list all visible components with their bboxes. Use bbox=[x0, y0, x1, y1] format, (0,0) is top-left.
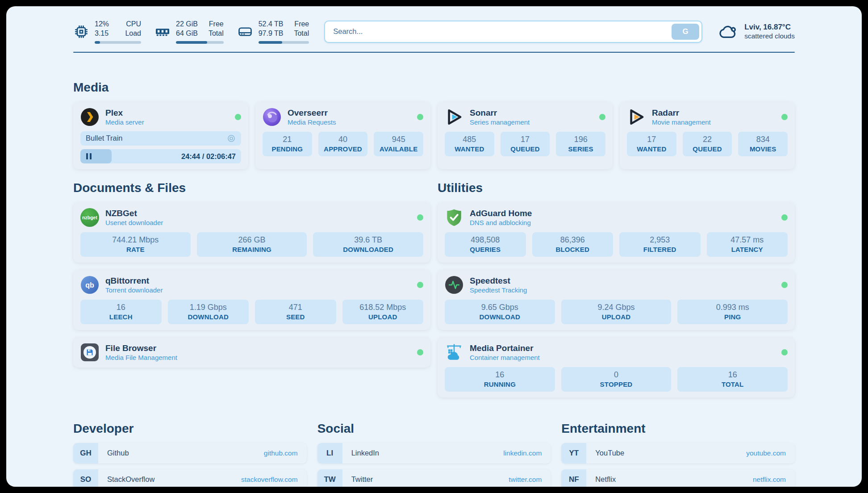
cpu-progress-bar bbox=[95, 41, 141, 44]
app-name: Sonarr bbox=[470, 108, 593, 118]
header: 12% 3.15 CPU Load bbox=[73, 20, 795, 44]
sonarr-icon bbox=[445, 108, 463, 126]
stat-tile: 16 RUNNING bbox=[445, 367, 555, 392]
link-name: Twitter bbox=[342, 469, 509, 487]
ram-monitor: 22 GiB 64 GiB Free Total bbox=[154, 20, 224, 44]
section-media: Media Plex Media server bbox=[73, 80, 795, 169]
link-badge: TW bbox=[317, 469, 342, 487]
link-row-netflix[interactable]: NF Netflix netflix.com bbox=[561, 469, 795, 487]
app-card-qbittorrent[interactable]: qb qBittorrent Torrent downloader 16 LEE… bbox=[73, 270, 430, 330]
search-engine-button[interactable]: G bbox=[672, 24, 699, 40]
app-card-nzbget[interactable]: nzbget NZBGet Usenet downloader 744.21 M… bbox=[73, 202, 430, 263]
disk-progress-bar bbox=[259, 41, 309, 44]
cpu-load-value: 3.15 bbox=[95, 29, 109, 38]
status-dot bbox=[781, 282, 788, 288]
stat-tile: 266 GB REMAINING bbox=[197, 232, 307, 257]
app-name: Radarr bbox=[652, 108, 775, 118]
stat-tile: 16 LEECH bbox=[80, 300, 162, 324]
app-subtitle: Torrent downloader bbox=[105, 286, 411, 294]
weather-widget: Lviv, 16.87°C scattered clouds bbox=[718, 23, 795, 41]
link-group-social: Social LI LinkedIn linkedin.com TW Twitt… bbox=[317, 422, 551, 487]
link-badge: LI bbox=[317, 443, 342, 464]
qbittorrent-icon: qb bbox=[80, 276, 99, 294]
app-subtitle: Usenet downloader bbox=[105, 219, 411, 226]
stat-tile: 1.19 Gbps DOWNLOAD bbox=[168, 300, 249, 324]
cpu-icon bbox=[73, 24, 89, 40]
app-card-radarr[interactable]: Radarr Movie management 17 WANTED 22 QUE… bbox=[620, 102, 795, 169]
app-name: Overseerr bbox=[288, 108, 411, 118]
app-name: AdGuard Home bbox=[470, 209, 775, 218]
app-card-portainer[interactable]: Media Portainer Container management 16 … bbox=[438, 337, 795, 397]
stat-tile: 9.65 Gbps DOWNLOAD bbox=[445, 300, 555, 324]
link-name: Netflix bbox=[586, 469, 753, 487]
app-name: File Browser bbox=[105, 343, 411, 353]
app-card-adguard[interactable]: AdGuard Home DNS and adblocking 498,508 … bbox=[438, 202, 795, 263]
playback-time: 24:44 / 02:06:47 bbox=[181, 152, 236, 160]
cpu-monitor: 12% 3.15 CPU Load bbox=[73, 20, 141, 44]
link-row-youtube[interactable]: YT YouTube youtube.com bbox=[561, 443, 795, 464]
stat-tile: 471 SEED bbox=[255, 300, 336, 324]
app-subtitle: DNS and adblocking bbox=[470, 219, 775, 226]
link-row-github[interactable]: GH Github github.com bbox=[73, 443, 307, 464]
section-title-utilities: Utilities bbox=[438, 181, 795, 195]
app-subtitle: Movie management bbox=[652, 118, 775, 126]
header-divider bbox=[73, 52, 795, 53]
link-name: StackOverflow bbox=[98, 469, 241, 487]
app-card-plex[interactable]: Plex Media server Bullet Train bbox=[73, 102, 248, 169]
link-row-stackoverflow[interactable]: SO StackOverflow stackoverflow.com bbox=[73, 469, 307, 487]
pause-icon bbox=[86, 153, 92, 159]
stat-tile: 0.993 ms PING bbox=[677, 300, 788, 324]
app-subtitle: Speedtest Tracking bbox=[470, 286, 775, 294]
overseerr-icon bbox=[263, 108, 281, 126]
disk-total-value: 97.9 TB bbox=[259, 29, 284, 38]
stat-tile: 17 QUEUED bbox=[501, 132, 550, 156]
section-title-media: Media bbox=[73, 80, 795, 95]
adguard-icon bbox=[445, 208, 463, 227]
stat-tile: 618.52 Mbps UPLOAD bbox=[342, 300, 424, 324]
disk-icon bbox=[237, 24, 253, 40]
plex-icon bbox=[80, 108, 99, 126]
status-dot bbox=[417, 114, 423, 120]
stat-tile: 47.57 ms LATENCY bbox=[707, 232, 788, 257]
section-title-documents: Documents & Files bbox=[73, 181, 430, 195]
section-title-entertainment: Entertainment bbox=[561, 422, 795, 436]
link-url: youtube.com bbox=[746, 443, 795, 464]
weather-condition: scattered clouds bbox=[744, 32, 795, 40]
app-card-sonarr[interactable]: Sonarr Series management 485 WANTED 17 Q… bbox=[438, 102, 613, 169]
status-dot bbox=[417, 214, 423, 221]
app-card-filebrowser[interactable]: File Browser Media File Management bbox=[73, 337, 430, 368]
stat-tile: 834 MOVIES bbox=[738, 132, 788, 156]
app-subtitle: Series management bbox=[470, 118, 593, 126]
stat-tile: 485 WANTED bbox=[445, 132, 494, 156]
link-name: YouTube bbox=[586, 443, 746, 464]
link-name: Github bbox=[98, 443, 264, 464]
link-badge: GH bbox=[73, 443, 98, 464]
section-documents: Documents & Files nzbget NZBGet Usenet d… bbox=[73, 181, 430, 368]
stat-tile: 744.21 Mbps RATE bbox=[80, 232, 191, 257]
nzbget-icon: nzbget bbox=[80, 208, 99, 227]
stat-tile: 196 SERIES bbox=[556, 132, 605, 156]
section-title-social: Social bbox=[317, 422, 551, 436]
weather-location-temp: Lviv, 16.87°C bbox=[744, 23, 795, 32]
link-row-linkedin[interactable]: LI LinkedIn linkedin.com bbox=[317, 443, 551, 464]
search-input[interactable] bbox=[325, 27, 672, 36]
link-group-entertainment: Entertainment YT YouTube youtube.com NF … bbox=[561, 422, 795, 487]
now-playing-row: Bullet Train bbox=[80, 131, 241, 146]
link-url: github.com bbox=[264, 443, 307, 464]
status-dot bbox=[235, 114, 241, 120]
app-subtitle: Media Requests bbox=[288, 118, 411, 126]
link-name: LinkedIn bbox=[342, 443, 504, 464]
app-card-speedtest[interactable]: Speedtest Speedtest Tracking 9.65 Gbps D… bbox=[438, 270, 795, 330]
status-dot bbox=[599, 114, 605, 120]
filebrowser-icon bbox=[80, 343, 99, 362]
link-row-twitter[interactable]: TW Twitter twitter.com bbox=[317, 469, 551, 487]
stat-tile: 2,953 FILTERED bbox=[619, 232, 701, 257]
link-badge: SO bbox=[73, 469, 98, 487]
stat-tile: 9.24 Gbps UPLOAD bbox=[561, 300, 672, 324]
disk-label-bottom: Total bbox=[294, 29, 309, 38]
cpu-usage-value: 12% bbox=[95, 20, 109, 29]
app-card-overseerr[interactable]: Overseerr Media Requests 21 PENDING 40 A… bbox=[255, 102, 430, 169]
playback-progress-bar: 24:44 / 02:06:47 bbox=[80, 149, 241, 163]
stat-tile: 17 WANTED bbox=[627, 132, 676, 156]
link-url: twitter.com bbox=[509, 469, 551, 487]
